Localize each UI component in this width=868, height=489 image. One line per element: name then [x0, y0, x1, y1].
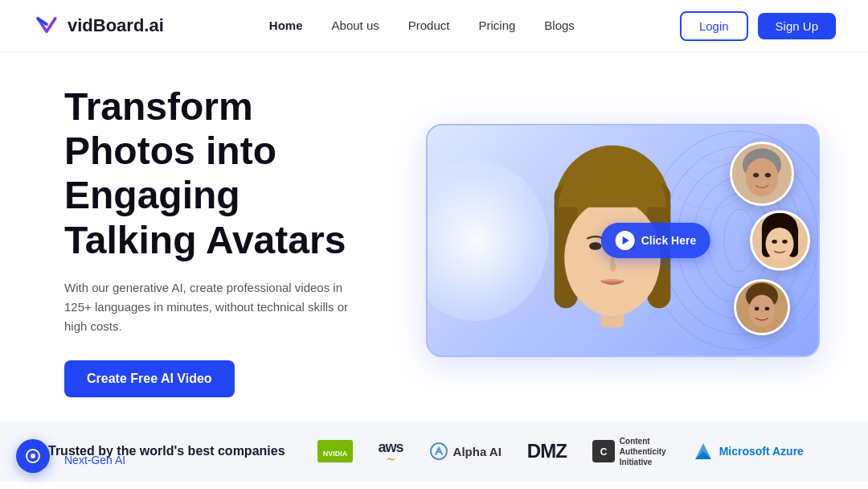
nav-product[interactable]: Product — [408, 18, 450, 32]
alphaai-logo: Alpha AI — [429, 442, 502, 461]
svg-text:C: C — [600, 446, 608, 458]
content-auth-logo: C ContentAuthenticityInitiative — [592, 436, 666, 467]
avatar-woman1 — [750, 211, 810, 271]
logo-icon — [32, 11, 61, 40]
svg-point-34 — [431, 443, 447, 459]
play-triangle — [623, 236, 629, 244]
video-card[interactable]: Click Here — [426, 124, 820, 357]
avatar-man1 — [730, 142, 794, 206]
svg-point-29 — [749, 295, 776, 327]
cta-button[interactable]: Create Free AI Video — [64, 360, 235, 397]
aws-logo: aws 〜 — [379, 439, 403, 464]
trusted-section: Trusted by the world's best companies NV… — [0, 421, 868, 482]
nvidia-logo: NVIDIA — [317, 440, 353, 462]
glow-blob — [426, 160, 548, 321]
logo-text: vidBoard.ai — [68, 15, 164, 36]
avatar-man2 — [734, 279, 790, 335]
svg-point-17 — [746, 158, 779, 197]
chat-bubble[interactable] — [16, 439, 50, 473]
alphaai-icon — [429, 442, 448, 461]
nav-actions: Login Sign Up — [680, 11, 836, 41]
signup-button[interactable]: Sign Up — [758, 13, 836, 39]
nav-pricing[interactable]: Pricing — [478, 18, 515, 32]
dmz-text: DMZ — [527, 440, 567, 462]
company-logos: NVIDIA aws 〜 Alpha AI DMZ — [317, 436, 820, 467]
svg-point-18 — [753, 173, 759, 178]
click-here-button[interactable]: Click Here — [601, 223, 710, 258]
nav-blogs[interactable]: Blogs — [544, 18, 575, 32]
svg-text:NVIDIA: NVIDIA — [322, 450, 347, 458]
nav-links: Home About us Product Pricing Blogs — [269, 18, 575, 33]
hero-section: Transform Photos into Engaging Talking A… — [0, 52, 868, 421]
azure-logo: Microsoft Azure — [692, 440, 804, 462]
aws-smile: 〜 — [379, 456, 403, 464]
navbar: vidBoard.ai Home About us Product Pricin… — [0, 0, 868, 52]
nvidia-icon: NVIDIA — [317, 440, 353, 462]
hero-title: Transform Photos into Engaging Talking A… — [64, 84, 378, 262]
svg-point-39 — [31, 454, 35, 458]
svg-point-11 — [589, 243, 601, 251]
alphaai-text: Alpha AI — [453, 445, 502, 458]
hero-left: Transform Photos into Engaging Talking A… — [64, 84, 378, 397]
click-here-label: Click Here — [641, 234, 696, 247]
content-auth-icon: C — [592, 440, 615, 462]
azure-text: Microsoft Azure — [719, 445, 804, 458]
aws-text: aws — [379, 439, 403, 456]
dmz-logo: DMZ — [527, 440, 567, 462]
svg-point-24 — [766, 228, 794, 260]
svg-point-31 — [765, 307, 769, 311]
logo[interactable]: vidBoard.ai — [32, 11, 164, 40]
svg-point-30 — [755, 307, 759, 311]
content-auth-text: ContentAuthenticityInitiative — [620, 436, 666, 467]
next-gen-link[interactable]: Next-Gen AI — [64, 454, 125, 466]
nav-about[interactable]: About us — [332, 18, 379, 32]
login-button[interactable]: Login — [680, 11, 748, 41]
play-icon — [616, 231, 635, 250]
svg-point-26 — [782, 240, 787, 244]
hero-right: Click Here — [426, 124, 820, 357]
chat-icon — [24, 447, 42, 465]
azure-icon — [692, 440, 714, 462]
nav-home[interactable]: Home — [269, 18, 303, 32]
svg-point-25 — [772, 240, 776, 244]
hero-description: With our generative AI, create professio… — [64, 278, 370, 336]
svg-point-19 — [765, 173, 771, 178]
